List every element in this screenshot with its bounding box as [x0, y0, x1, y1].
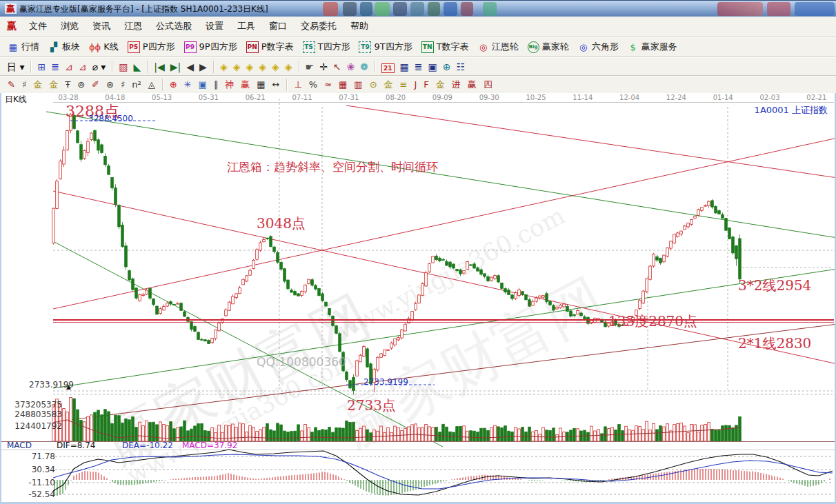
window-layout-icon[interactable]: ⊞ — [34, 59, 48, 74]
mini-chart3-icon[interactable]: ⊿ — [62, 59, 76, 74]
draw-levels-icon[interactable]: ≡ — [397, 77, 411, 92]
draw-j-line-icon[interactable]: J — [410, 77, 420, 92]
menu-item[interactable]: 窗口 — [262, 17, 294, 35]
macd-indicator-label[interactable]: MACD — [7, 441, 32, 450]
draw-ying2-icon[interactable]: 赢 — [464, 77, 480, 92]
zoom-diamond-icon[interactable]: ◈ — [243, 59, 256, 74]
toolbar-p-digit-table-button[interactable]: PNP数字表 — [243, 39, 299, 54]
zoom-diamond-icon[interactable]: ◈ — [230, 59, 243, 74]
draw-f-line-icon[interactable]: F — [420, 77, 432, 92]
draw-gold-grid-icon[interactable]: 金 — [30, 77, 46, 92]
menu-item[interactable]: 帮助 — [344, 17, 375, 35]
save-icon[interactable]: ▣ — [426, 59, 440, 74]
chart-region[interactable]: 赢家财富网 www.yingjia360.com www.yingjia360.… — [0, 93, 836, 504]
draw-star-icon[interactable]: ✳ — [181, 77, 195, 92]
macd-dea-value: DEA=-10.22 — [122, 441, 173, 450]
toolbar-hexagon-button[interactable]: ◎六角形 — [575, 39, 624, 54]
zoom-diamond-icon[interactable]: ◈ — [256, 59, 269, 74]
draw-circle-grid-icon[interactable]: ⊛ — [103, 77, 117, 92]
calculator-icon[interactable]: ▦ — [397, 59, 412, 74]
toolbar-9t-square-button[interactable]: T99T四方形 — [355, 39, 417, 54]
draw-grid2-icon[interactable]: ▦ — [253, 77, 268, 92]
toolbar-kline-button[interactable]: ϕϕK线 — [86, 39, 124, 54]
fund-icon[interactable]: ⊕ — [440, 59, 454, 74]
draw-brush-icon[interactable]: ✎ — [4, 77, 19, 92]
draw-redbox-icon[interactable]: ▥ — [350, 77, 366, 92]
notes-icon[interactable]: ≣ — [412, 59, 426, 74]
draw-span-icon[interactable]: ↔ — [269, 77, 283, 92]
toolbar-p-square-button[interactable]: PSP四方形 — [124, 39, 181, 54]
draw-square-target-icon[interactable]: ▣ — [195, 77, 210, 92]
draw-angle-icon[interactable]: ◬ — [145, 77, 159, 92]
draw-gold-circle-icon[interactable]: ⊙ — [366, 77, 381, 92]
draw-jin-icon[interactable]: 进 — [448, 77, 464, 92]
menu-item[interactable]: 浏览 — [54, 17, 86, 35]
menu-item[interactable]: 文件 — [22, 17, 54, 35]
draw-brush2-icon[interactable]: ✐ — [88, 77, 103, 92]
menu-item[interactable]: 设置 — [199, 17, 230, 35]
toolbar-winner-service-button[interactable]: $赢家服务 — [624, 39, 683, 54]
draw-pct-icon[interactable]: % — [306, 77, 321, 92]
toolbar-t-square-button[interactable]: TST四方形 — [299, 39, 356, 54]
candle-type-dropdown[interactable]: ⌀ ▾ — [89, 59, 108, 74]
period-daily-dropdown[interactable]: 日 ▾ — [4, 59, 27, 74]
draw-target-icon[interactable]: ⊕ — [166, 77, 181, 92]
menu-item[interactable]: 江恩 — [117, 17, 149, 35]
toolbar-t-digit-table-button[interactable]: TNT数字表 — [418, 39, 475, 54]
zoom-diamond-icon[interactable]: ◈ — [217, 59, 230, 74]
menu-bar: 赢 文件浏览资讯江恩公式选股设置工具窗口交易委托帮助 — [0, 17, 836, 37]
pattern-color-icon[interactable]: ❁ — [357, 59, 371, 74]
toolbar-tools: 日 ▾⊞≣⊿⊿⌀ ▾▨◣|◀▶|◀▶◈◈◈◈◈◈☛✛↖❀❁21▦≣▣⊕☷ — [0, 57, 836, 76]
first-bar-icon[interactable]: |◀ — [151, 59, 167, 74]
hexagon-icon: ◎ — [578, 42, 589, 52]
pointer-tool-icon[interactable]: ↖ — [330, 59, 344, 74]
zoom-diamond-icon[interactable]: ◈ — [282, 59, 295, 74]
prev-bar-icon[interactable]: ◀ — [183, 59, 197, 74]
draw-f-tool-icon[interactable]: Ŧ — [61, 77, 74, 92]
draw-ying-icon[interactable]: 赢 — [237, 77, 253, 92]
draw-gold-grid2-icon[interactable]: 金 — [46, 77, 61, 92]
toolbar-gann-wheel-button[interactable]: ◎江恩轮 — [475, 39, 524, 54]
hand-tool-icon[interactable]: ☛ — [303, 59, 317, 74]
date-tick-label: 02-03 — [759, 94, 779, 101]
app-logo-icon: 赢 — [5, 3, 17, 14]
title-bar[interactable]: 赢 赢家江恩专业版[赢家服务平台] - [上证指数 SH1A0001-233日K… — [0, 0, 836, 17]
pattern-icon[interactable]: ▨ — [116, 59, 130, 74]
draw-gold-line-icon[interactable]: 金 — [432, 77, 448, 92]
gallery-icon[interactable]: ❀ — [344, 59, 358, 74]
draw-shen-icon[interactable]: 神 — [221, 77, 237, 92]
flag-icon[interactable]: ◣ — [131, 59, 144, 74]
menu-item[interactable]: 资讯 — [86, 17, 117, 35]
app-window: 赢 赢家江恩专业版[赢家服务平台] - [上证指数 SH1A0001-233日K… — [0, 0, 836, 504]
low-price-label: 2733.9199 — [364, 377, 408, 387]
date-tick-label: 02-21 — [806, 94, 826, 101]
menu-item[interactable]: 公式选股 — [149, 17, 199, 35]
crosshair-tool-icon[interactable]: ✛ — [317, 59, 330, 74]
draw-si-icon[interactable]: 四 — [480, 77, 496, 92]
desktop-icon — [444, 2, 457, 16]
print-icon[interactable]: ☷ — [454, 59, 468, 74]
draw-spiral-icon[interactable]: ⊚ — [74, 77, 88, 92]
toolbar-blocks-button[interactable]: ▞板块 — [45, 39, 86, 54]
window-title: 赢家江恩专业版[赢家服务平台] - [上证指数 SH1A0001-233日K线] — [19, 3, 268, 15]
toolbar-quotes-button[interactable]: ▦行情 — [4, 39, 45, 54]
calendar-icon[interactable]: 21 — [379, 59, 397, 74]
menu-item[interactable]: 工具 — [230, 17, 262, 35]
draw-hash-icon[interactable]: ♯ — [117, 77, 128, 92]
draw-grid-icon[interactable]: ♯ — [19, 77, 30, 92]
last-bar-icon[interactable]: ▶| — [168, 59, 183, 74]
info-list-icon[interactable]: ≣ — [48, 59, 62, 74]
toolbar-winner-wheel-button[interactable]: Big赢家轮 — [524, 39, 575, 54]
next-bar-icon[interactable]: ▶ — [197, 59, 210, 74]
draw-gold3-icon[interactable]: 金 — [381, 77, 397, 92]
desktop-icon — [461, 2, 473, 16]
draw-redgrid-icon[interactable]: ▦ — [335, 77, 350, 92]
menu-item[interactable]: 交易委托 — [294, 17, 344, 35]
draw-n2-icon[interactable]: n² — [128, 77, 144, 92]
mini-chart9-icon[interactable]: ⊿ — [76, 59, 90, 74]
draw-wave-icon[interactable]: ≈ — [321, 77, 335, 92]
draw-ruler-icon[interactable]: ∥ — [210, 77, 222, 92]
zoom-diamond-icon[interactable]: ◈ — [269, 59, 282, 74]
draw-tline-icon[interactable]: ⊥ — [290, 77, 305, 92]
toolbar-9p-square-button[interactable]: P99P四方形 — [181, 39, 243, 54]
